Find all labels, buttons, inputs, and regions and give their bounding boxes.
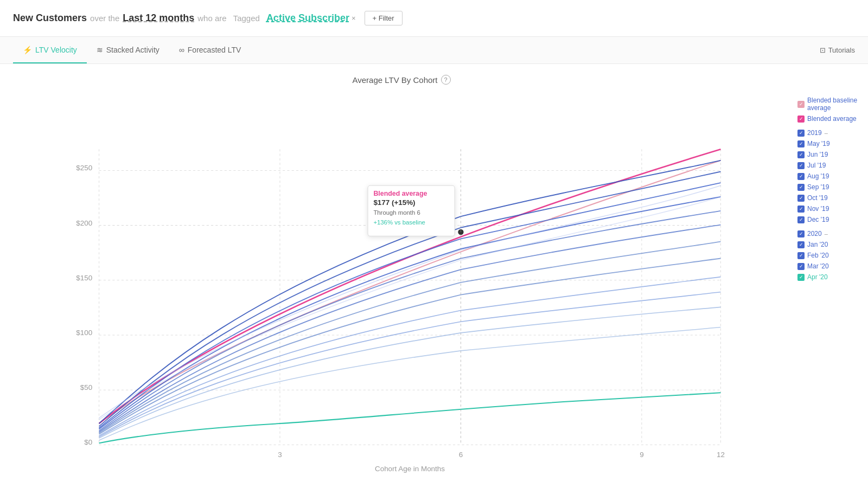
legend-checkbox-blended-avg <box>797 115 805 123</box>
legend-label-nov19: Nov '19 <box>807 205 829 213</box>
legend-item-oct19[interactable]: Oct '19 <box>797 194 863 202</box>
new-customers-label: New Customers <box>13 12 87 24</box>
legend-item-apr20[interactable]: Apr '20 <box>797 273 863 281</box>
chart-svg-wrapper: .grid-line { stroke: #ddd; stroke-width:… <box>11 93 792 474</box>
tagged-label: Tagged <box>233 14 260 23</box>
legend-item-blended-baseline-avg[interactable]: Blended baseline average <box>797 97 863 112</box>
stacked-activity-icon: ≋ <box>97 46 103 54</box>
legend-checkbox-blended-baseline <box>797 101 805 108</box>
legend-label-feb20: Feb '20 <box>807 252 829 259</box>
legend-label-aug19: Aug '19 <box>807 172 829 180</box>
legend-checkbox-aug19 <box>797 173 805 180</box>
legend-label-blended-baseline: Blended baseline average <box>807 97 863 112</box>
tutorials-link[interactable]: ⊡ Tutorials <box>820 46 855 54</box>
svg-text:$0: $0 <box>84 438 92 446</box>
ltv-velocity-icon: ⚡ <box>23 46 32 54</box>
chart-help-icon[interactable]: ? <box>441 75 451 85</box>
header-bar: New Customers over the Last 12 months wh… <box>0 0 868 37</box>
legend-label-2019: 2019 <box>807 129 822 137</box>
legend-label-oct19: Oct '19 <box>807 194 828 202</box>
legend-checkbox-mar20 <box>797 263 805 270</box>
legend-checkbox-sep19 <box>797 184 805 191</box>
who-are-label: who are <box>197 14 226 23</box>
legend-item-2020[interactable]: 2020 – <box>797 230 863 237</box>
legend-item-dec19[interactable]: Dec '19 <box>797 216 863 223</box>
svg-text:12: 12 <box>717 451 725 459</box>
legend-checkbox-2019 <box>797 130 805 137</box>
svg-text:6: 6 <box>459 451 463 459</box>
chart-svg: .grid-line { stroke: #ddd; stroke-width:… <box>11 93 792 474</box>
svg-text:9: 9 <box>640 451 643 459</box>
active-subscriber-label[interactable]: Active Subscriber <box>266 12 349 24</box>
tutorials-icon: ⊡ <box>820 46 826 54</box>
legend-checkbox-oct19 <box>797 195 805 202</box>
svg-text:$50: $50 <box>80 383 92 391</box>
legend-checkbox-nov19 <box>797 206 805 213</box>
tab-ltv-velocity[interactable]: ⚡ LTV Velocity <box>13 37 87 63</box>
legend-label-sep19: Sep '19 <box>807 183 829 191</box>
tab-stacked-activity-label: Stacked Activity <box>106 46 159 54</box>
legend-item-jun19[interactable]: Jun '19 <box>797 151 863 158</box>
legend-checkbox-may19 <box>797 140 805 147</box>
legend-item-may19[interactable]: May '19 <box>797 140 863 147</box>
legend-checkbox-jun19 <box>797 151 805 158</box>
legend-item-mar20[interactable]: Mar '20 <box>797 262 863 270</box>
svg-text:+136% vs baseline: +136% vs baseline <box>373 219 425 226</box>
svg-text:$150: $150 <box>76 274 92 282</box>
tab-stacked-activity[interactable]: ≋ Stacked Activity <box>87 37 169 63</box>
tabs-bar: ⚡ LTV Velocity ≋ Stacked Activity ∞ Fore… <box>0 37 868 64</box>
legend-checkbox-dec19 <box>797 216 805 223</box>
tab-forecasted-ltv[interactable]: ∞ Forecasted LTV <box>169 37 251 63</box>
legend-item-jul19[interactable]: Jul '19 <box>797 162 863 169</box>
chart-area: Average LTV By Cohort ? .grid-line { str… <box>0 64 868 488</box>
tab-forecasted-ltv-label: Forecasted LTV <box>188 46 241 54</box>
forecasted-ltv-icon: ∞ <box>179 46 184 54</box>
over-the-label: over the <box>90 14 119 23</box>
legend-item-2019[interactable]: 2019 – <box>797 129 863 137</box>
legend-item-jan20[interactable]: Jan '20 <box>797 241 863 248</box>
filter-button[interactable]: + Filter <box>365 11 403 25</box>
last-12-months-label[interactable]: Last 12 months <box>123 12 194 24</box>
legend-item-blended-avg[interactable]: Blended average <box>797 115 863 123</box>
legend-label-blended-avg: Blended average <box>807 115 857 123</box>
legend-label-apr20: Apr '20 <box>807 273 828 281</box>
legend-label-2020: 2020 <box>807 230 822 237</box>
svg-text:$100: $100 <box>76 329 92 337</box>
remove-tag-button[interactable]: × <box>352 14 356 22</box>
tab-ltv-velocity-label: LTV Velocity <box>35 46 77 54</box>
svg-text:Blended average: Blended average <box>373 190 427 197</box>
legend-label-jul19: Jul '19 <box>807 162 826 169</box>
legend-label-jan20: Jan '20 <box>807 241 828 248</box>
svg-text:$200: $200 <box>76 219 92 227</box>
chart-title: Average LTV By Cohort ? <box>11 75 792 85</box>
legend-item-nov19[interactable]: Nov '19 <box>797 205 863 213</box>
legend-checkbox-2020 <box>797 230 805 237</box>
legend-checkbox-apr20 <box>797 274 805 281</box>
legend-item-aug19[interactable]: Aug '19 <box>797 172 863 180</box>
svg-text:Through month 6: Through month 6 <box>373 209 420 216</box>
svg-text:Cohort Age in Months: Cohort Age in Months <box>375 465 445 473</box>
legend-checkbox-feb20 <box>797 252 805 259</box>
legend-checkbox-jul19 <box>797 162 805 169</box>
legend-label-mar20: Mar '20 <box>807 262 829 270</box>
chart-container: Average LTV By Cohort ? .grid-line { str… <box>11 75 792 483</box>
svg-text:3: 3 <box>278 451 282 459</box>
svg-text:$177 (+15%): $177 (+15%) <box>373 198 415 207</box>
legend-checkbox-jan20 <box>797 241 805 248</box>
legend-label-may19: May '19 <box>807 140 830 147</box>
legend-label-dec19: Dec '19 <box>807 216 829 223</box>
svg-text:$250: $250 <box>76 164 92 172</box>
legend-label-jun19: Jun '19 <box>807 151 828 158</box>
legend-item-sep19[interactable]: Sep '19 <box>797 183 863 191</box>
tutorials-label: Tutorials <box>828 46 855 54</box>
legend: Blended baseline average Blended average… <box>792 75 863 483</box>
legend-item-feb20[interactable]: Feb '20 <box>797 252 863 259</box>
